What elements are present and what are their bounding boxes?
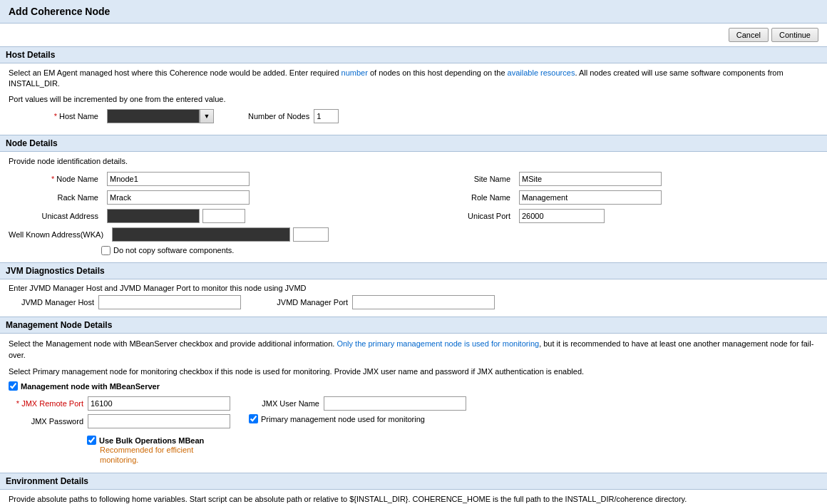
bulk-checkbox-row: Use Bulk Operations MBean [87, 436, 230, 445]
number-of-nodes-label: Number of Nodes [248, 112, 309, 120]
node-details-left-col: * Node Name Rack Name Unicast Address [9, 172, 406, 255]
cancel-button-top[interactable]: Cancel [729, 28, 769, 42]
host-name-row: * Host Name ▼ Number of Nodes [9, 109, 818, 123]
jvmd-port-label: JVMD Manager Port [262, 298, 348, 307]
wka-long-input[interactable] [112, 227, 290, 242]
jvmd-port-input[interactable] [352, 295, 495, 309]
unicast-address-inputs [107, 209, 245, 223]
bulk-ops-label: Use Bulk Operations MBean [99, 436, 204, 445]
node-name-input[interactable] [107, 172, 250, 186]
mgmt-desc-1: Select the Management node with MBeanSer… [9, 338, 818, 361]
mgmt-node-header: Management Node Details [0, 317, 827, 334]
node-details-title: Node Details [6, 138, 58, 148]
continue-button-top[interactable]: Continue [771, 28, 818, 42]
wka-inputs [112, 227, 329, 242]
role-name-row: Role Name [421, 190, 818, 205]
jvm-details-title: JVM Diagnostics Details [6, 266, 105, 276]
host-name-dropdown-btn[interactable]: ▼ [200, 109, 214, 123]
unicast-port-label: Unicast Port [421, 212, 513, 220]
mgmt-node-title: Management Node Details [6, 320, 112, 330]
do-not-copy-label: Do not copy software components. [113, 246, 234, 254]
node-details-header: Node Details [0, 135, 827, 152]
unicast-address-row: Unicast Address [9, 209, 406, 223]
jvm-details-desc: Enter JVMD Manager Host and JVMD Manager… [9, 284, 818, 292]
site-name-input[interactable] [519, 172, 662, 186]
env-details-title: Environment Details [6, 476, 88, 486]
env-details-header: Environment Details [0, 473, 827, 490]
mgmt-desc-2: Select Primary management node for monit… [9, 366, 818, 378]
jmx-user-name-input[interactable] [324, 396, 466, 411]
jvmd-host-field: JVMD Manager Host [9, 295, 241, 309]
role-name-input[interactable] [519, 190, 662, 205]
do-not-copy-row: Do not copy software components. [101, 246, 406, 255]
unicast-port-row: Unicast Port [421, 209, 818, 223]
jmx-remote-port-input[interactable] [88, 396, 230, 411]
unicast-address-extra[interactable] [202, 209, 245, 223]
jvm-fields-row: JVMD Manager Host JVMD Manager Port [9, 295, 818, 309]
jmx-remote-port-label: * JMX Remote Port [9, 399, 83, 408]
role-name-label: Role Name [421, 193, 513, 202]
jmx-password-label: JMX Password [9, 417, 83, 426]
bulk-note: Recommended for efficient monitoring. [100, 445, 230, 466]
node-name-label: * Node Name [9, 175, 101, 183]
host-name-select-wrapper: ▼ [107, 109, 214, 123]
bulk-ops-checkbox[interactable] [87, 436, 96, 445]
unicast-port-input[interactable] [519, 209, 605, 223]
env-details-desc: Provide absolute paths to following home… [9, 494, 818, 504]
mgmt-left-col: * JMX Remote Port JMX Password Use Bulk … [9, 396, 230, 466]
primary-check-row: Primary management node used for monitor… [249, 414, 425, 423]
node-details-form: * Node Name Rack Name Unicast Address [9, 172, 818, 255]
rack-name-input[interactable] [107, 190, 250, 205]
rack-name-row: Rack Name [9, 190, 406, 205]
mgmt-node-body: Select the Management node with MBeanSer… [0, 334, 827, 473]
jmx-password-row: JMX Password [9, 414, 230, 428]
do-not-copy-checkbox[interactable] [101, 246, 111, 255]
jvm-details-body: Enter JVMD Manager Host and JVMD Manager… [0, 279, 827, 317]
primary-mgmt-checkbox[interactable] [249, 414, 258, 423]
page-header: Add Coherence Node [0, 0, 827, 24]
page-title: Add Coherence Node [9, 6, 110, 17]
jvmd-port-field: JVMD Manager Port [262, 295, 495, 309]
host-name-input[interactable] [107, 109, 200, 123]
available-resources-link: available resources [508, 68, 575, 77]
mgmt-checkbox-row: Management node with MBeanServer [9, 381, 818, 391]
node-details-right-col: Site Name Role Name Unicast Port [421, 172, 818, 255]
port-note: Port values will be incremented by one f… [9, 94, 818, 105]
jmx-password-input[interactable] [88, 414, 230, 428]
primary-mgmt-label: Primary management node used for monitor… [261, 415, 425, 423]
site-name-row: Site Name [421, 172, 818, 186]
wka-label: Well Known Address(WKA) [9, 230, 106, 239]
env-details-body: Provide absolute paths to following home… [0, 490, 827, 504]
only-primary-link: Only the primary management node is used… [337, 339, 539, 348]
site-name-label: Site Name [421, 175, 513, 183]
jmx-user-name-row: JMX User Name [245, 396, 466, 411]
mgmt-fields-container: * JMX Remote Port JMX Password Use Bulk … [9, 396, 818, 466]
host-details-desc: Select an EM Agent managed host where th… [9, 68, 818, 90]
number-link: number [341, 68, 368, 77]
wka-row: Well Known Address(WKA) [9, 227, 406, 242]
host-details-title: Host Details [6, 50, 55, 60]
number-of-nodes-input[interactable] [314, 109, 339, 123]
node-details-desc: Provide node identification details. [9, 156, 818, 167]
host-name-label: * Host Name [9, 112, 101, 120]
unicast-address-label: Unicast Address [9, 212, 101, 220]
host-details-header: Host Details [0, 46, 827, 63]
jvm-details-header: JVM Diagnostics Details [0, 262, 827, 279]
mgmt-mbean-label: Management node with MBeanServer [21, 382, 160, 391]
node-name-row: * Node Name [9, 172, 406, 186]
num-nodes-group: Number of Nodes [248, 109, 339, 123]
wka-short-input[interactable] [293, 227, 329, 242]
primary-check-field-row: Primary management node used for monitor… [245, 414, 466, 423]
unicast-address-input[interactable] [107, 209, 200, 223]
mgmt-mbean-checkbox[interactable] [9, 381, 18, 391]
jvmd-host-input[interactable] [98, 295, 241, 309]
mgmt-right-col: JMX User Name Primary management node us… [245, 396, 466, 466]
jmx-user-name-label: JMX User Name [245, 399, 319, 408]
top-buttons-bar: Cancel Continue [0, 24, 827, 46]
node-details-body: Provide node identification details. * N… [0, 152, 827, 262]
rack-name-label: Rack Name [9, 193, 101, 202]
jvmd-host-label: JVMD Manager Host [9, 298, 94, 307]
jmx-remote-port-row: * JMX Remote Port [9, 396, 230, 411]
host-details-body: Select an EM Agent managed host where th… [0, 63, 827, 135]
bulk-operations-section: Use Bulk Operations MBean Recommended fo… [87, 436, 230, 466]
